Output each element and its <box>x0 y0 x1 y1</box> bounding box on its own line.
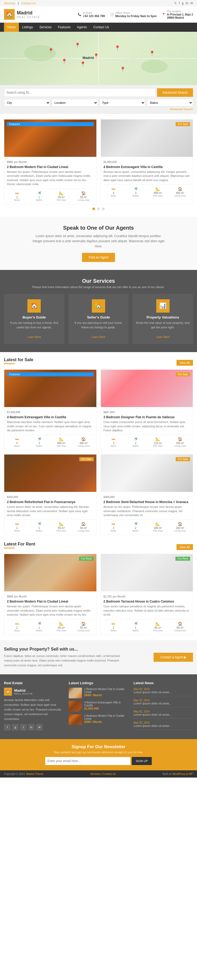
featured-indicator-1: Featured <box>7 122 94 126</box>
services-title: Our Services <box>4 278 193 284</box>
sale-card-4: For Sale $484,000 2 Bedroom Semi-Detache… <box>101 454 193 535</box>
services-subtitle: Please find more information about the r… <box>4 285 193 289</box>
copyright: Copyright © 2014. <box>4 773 25 775</box>
featured-badge-2: For Sale <box>176 122 190 126</box>
footer-about-text: Aenean lacinia bibendum nulla sed consec… <box>4 698 63 721</box>
rent-card-2: For Rent $1,763 per Month 2 Bedroom Terr… <box>101 554 193 635</box>
services-link[interactable]: Services <box>4 2 15 5</box>
search-bar: Advanced Search City Location Type Statu… <box>0 85 197 114</box>
featured-badge-s1: Featured <box>7 372 94 376</box>
location-select[interactable]: Location <box>52 99 98 107</box>
city-select[interactable]: City <box>4 99 50 107</box>
footer-listing-1-price: $988 / Month <box>84 694 128 697</box>
footer-social-facebook[interactable]: f <box>4 724 11 730</box>
search-input[interactable] <box>4 88 156 97</box>
logo-tagline: REAL ESTATE <box>17 16 40 19</box>
buyers-desc: If you are looking to buy a home, find u… <box>7 321 62 329</box>
sellers-title: Seller's Guide <box>71 315 126 319</box>
news-item-2: May 02, 2014 Lorem ipsum dolor sit amet.… <box>134 699 193 707</box>
rent-desc-2: Cum sociis natoque penatibus et magnis d… <box>104 605 190 617</box>
footer-listing-1: 2 Bedroom Modern Flat in Ciudad Lineal $… <box>69 688 128 698</box>
social-gplus[interactable]: g <box>182 2 184 5</box>
social-email[interactable]: ✉ <box>190 2 193 5</box>
sale-card-1: For Sale Featured $7,850,000 4 Bedroom E… <box>4 369 97 450</box>
footer-social-gplus[interactable]: g <box>12 724 19 730</box>
footer-social-linkedin[interactable]: in <box>28 724 35 730</box>
nav-services[interactable]: Services <box>36 23 55 32</box>
nav-features[interactable]: Features <box>55 23 74 32</box>
bottom-bar: Copyright © 2014. Madrid Theme Services … <box>0 770 197 778</box>
buyers-title: Buyer's Guide <box>7 315 62 319</box>
contact-bottom[interactable]: Contact Us <box>103 773 116 775</box>
featured-card-1: For Rent Featured $988 per Month 2 Bedro… <box>4 119 97 204</box>
rent-view-all-button[interactable]: View All <box>177 544 193 550</box>
social-twitter[interactable]: 𝕏 <box>174 2 177 5</box>
valuations-link[interactable]: Learn More <box>156 336 170 339</box>
footer-main: Real Estate 🏠 Madrid REAL ESTATE Aenean … <box>0 674 197 739</box>
logo-icon: 🏠 <box>4 9 15 20</box>
social-linkedin[interactable]: in <box>186 2 188 5</box>
newsletter-desc: Stay updated and get our best posts deli… <box>4 751 193 754</box>
top-bar: Services | Contact Us 𝕏 f g in ✉ <box>0 0 197 6</box>
sell-contact-button[interactable]: Contact a Agent ▶ <box>154 653 193 662</box>
find-agent-button[interactable]: Find an Agent <box>82 253 115 262</box>
news-item-4: May 02, 2014 Lorem ipsum dolor sit amet.… <box>134 721 193 730</box>
brand-link[interactable]: Madrid Theme <box>26 773 43 775</box>
agent-title: Speak to One of Our Agents <box>4 225 193 231</box>
sellers-desc: If you are planning to sell your home, f… <box>71 321 126 329</box>
valuations-desc: Know the real value of your property, an… <box>135 321 190 329</box>
nav-home[interactable]: Home <box>4 23 19 32</box>
service-sellers: 🏡 Seller's Guide If you are planning to … <box>68 294 129 344</box>
svg-point-7 <box>141 60 168 73</box>
newsletter-input[interactable] <box>45 757 131 765</box>
nav-contact[interactable]: Contact Us <box>90 23 112 32</box>
footer-news: Latest News May 02, 2014 Lorem ipsum dol… <box>134 681 193 732</box>
contact-link[interactable]: Contact Us <box>21 2 36 5</box>
rent-price-1: $988 <box>7 595 13 598</box>
advanced-search-link[interactable]: Advanced Search <box>170 108 193 111</box>
footer-listing-3-title: 2 Bedroom Modern Flat in Ciudad Lineal <box>84 714 128 720</box>
sell-title: Selling your Property? Sell with us... <box>4 647 124 652</box>
service-valuations: 📊 Property Valuations Know the real valu… <box>132 294 193 344</box>
platform-link[interactable]: WordPress & WP <box>172 773 193 775</box>
header: 🏠 Madrid REAL ESTATE 📞 In touch +34 123 … <box>0 6 197 23</box>
sellers-link[interactable]: Learn More <box>91 336 105 339</box>
footer-listing-3: 2 Bedroom Modern Flat in Ciudad Lineal $… <box>69 714 128 725</box>
price-2: $1,850,000 <box>104 161 117 164</box>
services-bottom[interactable]: Services <box>90 773 100 775</box>
footer-listings-title: Latest Listings <box>69 681 128 685</box>
footer-listing-1-title: 2 Bedroom Modern Flat in Ciudad Lineal <box>84 688 128 694</box>
sale-desc-4: Aenean eu leo quam. Pellentesque ornare … <box>104 505 190 517</box>
logo-name: Madrid <box>17 10 40 16</box>
newsletter-section: Signup For Our Newsletter Stay updated a… <box>0 739 197 770</box>
address-label: Our location <box>167 10 193 13</box>
footer-social-twitter[interactable]: t <box>20 724 27 730</box>
nav-agents[interactable]: Agents <box>74 23 90 32</box>
rent-card-1: For Rent $988 per Month 2 Bedroom Modern… <box>4 554 97 635</box>
type-select[interactable]: Type <box>99 99 146 107</box>
contact-hours: 🕐 Office Hours Monday to Friday 9am to 5… <box>110 11 156 18</box>
phone-number: +34 123 456 789 <box>83 14 105 18</box>
sale-view-all-button[interactable]: View All <box>177 360 193 366</box>
nav-listings[interactable]: Listings <box>19 23 36 32</box>
sale-price-4: $484,000 <box>104 496 115 498</box>
status-select[interactable]: Status <box>147 99 193 107</box>
sale-title-2: 3 Bedroom Designer Flat in Puente de Val… <box>104 415 190 419</box>
footer-social-email[interactable]: ✉ <box>36 724 43 730</box>
footer-about: Real Estate 🏠 Madrid REAL ESTATE Aenean … <box>4 681 63 732</box>
services-section: Our Services Please find more informatio… <box>0 270 197 352</box>
sale-title: Latest for Sale <box>4 358 33 362</box>
buyers-icon: 🏠 <box>27 299 41 313</box>
sale-desc-3: Lorem ipsum dolor sit amet, consectetur … <box>7 505 94 517</box>
service-buyers: 🏠 Buyer's Guide If you are looking to bu… <box>4 294 65 344</box>
buyers-link[interactable]: Learn More <box>27 336 41 339</box>
map-area: 📍 📍 📍 📍 📍 📍 📍 📍 Madrid <box>0 32 197 85</box>
newsletter-button[interactable]: SIGN UP <box>132 757 152 765</box>
social-facebook[interactable]: f <box>179 2 180 5</box>
price-1: $988 <box>7 161 13 164</box>
search-button[interactable]: Advanced Search <box>157 88 193 97</box>
main-nav: Home Listings Services Features Agents C… <box>0 23 197 32</box>
map-madrid-label: Madrid <box>82 56 94 60</box>
sale-title-3: 2 Bedroom Refurbished Flat in Fuencarran… <box>7 500 94 504</box>
sale-card-3: For Sale $250,000 2 Bedroom Refurbished … <box>4 454 97 535</box>
